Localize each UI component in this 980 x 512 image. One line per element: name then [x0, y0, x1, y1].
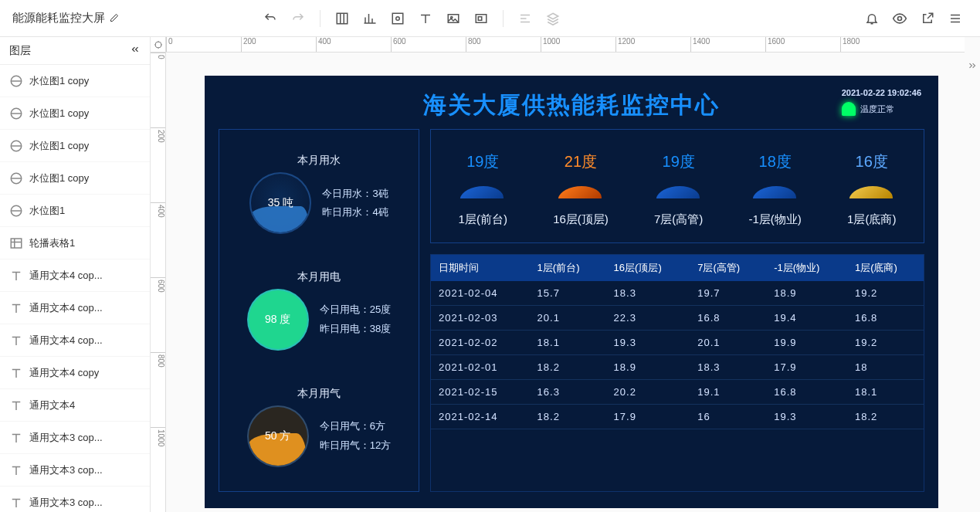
table-cell: 18.1 — [530, 331, 606, 355]
gauge-block: 本月用气50 方今日用气：6方昨日用气：12方 — [227, 387, 411, 467]
table-row: 2021-02-0218.119.320.119.919.2 — [431, 331, 924, 355]
ruler-origin-icon[interactable] — [151, 37, 166, 53]
floor-label: 7层(高管) — [654, 212, 703, 227]
wave-icon — [849, 186, 894, 198]
svg-rect-13 — [11, 239, 22, 248]
image-button[interactable] — [441, 6, 466, 31]
table-header: 1层(前台) — [530, 255, 606, 281]
svg-point-14 — [155, 42, 161, 48]
gauge-icon — [9, 171, 23, 185]
top-toolbar: 能源能耗监控大屏 — [0, 0, 980, 37]
temperature-cards: 19度1层(前台)21度16层(顶层)19度7层(高管)18度-1层(物业)16… — [430, 129, 924, 243]
dashboard-canvas[interactable]: 海关大厦供热能耗监控中心 2021-02-22 19:02:46 温度正常 本月… — [205, 76, 938, 508]
text-icon — [9, 269, 23, 283]
layout-panel-button[interactable] — [330, 6, 354, 31]
layer-label: 通用文本4 cop... — [29, 269, 103, 283]
temperature-value: 16度 — [856, 151, 888, 172]
table-cell: 16.8 — [766, 380, 847, 405]
layer-item[interactable]: 通用文本4 — [0, 389, 150, 422]
layer-item[interactable]: 水位图1 copy — [0, 65, 150, 97]
document-title[interactable]: 能源能耗监控大屏 — [12, 11, 119, 25]
edit-icon[interactable] — [110, 12, 119, 25]
layer-label: 水位图1 copy — [29, 139, 89, 153]
temperature-value: 19度 — [466, 151, 499, 172]
table-cell: 2021-02-04 — [431, 281, 530, 306]
toolbar-center — [119, 6, 860, 31]
table-cell: 2021-02-14 — [431, 405, 530, 429]
table-cell: 22.3 — [606, 306, 690, 331]
layer-label: 轮播表格1 — [29, 236, 75, 250]
table-cell: 20.2 — [606, 380, 690, 405]
layer-label: 通用文本4 — [29, 398, 75, 412]
layer-list: 水位图1 copy水位图1 copy水位图1 copy水位图1 copy水位图1… — [0, 65, 150, 512]
layer-item[interactable]: 水位图1 — [0, 195, 150, 227]
svg-rect-2 — [392, 13, 403, 24]
preview-icon[interactable] — [887, 6, 912, 31]
align-button[interactable] — [513, 6, 537, 31]
target-button[interactable] — [385, 6, 410, 31]
layer-item[interactable]: 通用文本3 cop... — [0, 487, 150, 512]
layer-item[interactable]: 通用文本4 cop... — [0, 292, 150, 324]
table-cell: 19.3 — [766, 405, 847, 429]
layer-label: 通用文本4 cop... — [29, 301, 103, 315]
gauge-meta: 今日用气：6方昨日用气：12方 — [320, 417, 391, 455]
layer-item[interactable]: 通用文本4 cop... — [0, 259, 150, 292]
table-row: 2021-02-0320.122.316.819.416.8 — [431, 306, 924, 331]
table-row: 2021-02-0118.218.918.317.918 — [431, 355, 924, 380]
table-cell: 15.7 — [530, 281, 606, 306]
layer-item[interactable]: 通用文本4 cop... — [0, 324, 150, 357]
gauge-title: 本月用电 — [297, 270, 341, 284]
layer-item[interactable]: 水位图1 copy — [0, 162, 150, 195]
layer-item[interactable]: 轮播表格1 — [0, 227, 150, 259]
table-cell: 18.9 — [606, 355, 690, 380]
media-button[interactable] — [469, 6, 493, 31]
temperature-card: 19度7层(高管) — [654, 151, 703, 227]
table-cell: 2021-02-15 — [431, 380, 530, 405]
ruler-horizontal: 020040060080010001200140016001800 — [166, 37, 965, 53]
table-cell: 16.8 — [690, 306, 766, 331]
text-button[interactable] — [413, 6, 438, 31]
text-icon — [9, 496, 23, 510]
layer-label: 水位图1 copy — [29, 171, 89, 185]
table-cell: 17.9 — [606, 405, 690, 429]
separator — [320, 10, 320, 27]
layer-label: 通用文本4 cop... — [29, 334, 103, 348]
layer-item[interactable]: 水位图1 copy — [0, 97, 150, 130]
text-icon — [9, 463, 23, 477]
bell-icon[interactable] — [860, 6, 884, 31]
layer-panel-title: 图层 — [9, 44, 31, 58]
temperature-value: 18度 — [759, 151, 792, 172]
table-cell: 19.2 — [847, 281, 924, 306]
gauge-meta: 今日用水：3砘昨日用水：4砘 — [322, 185, 388, 222]
layer-item[interactable]: 水位图1 copy — [0, 130, 150, 162]
stack-button[interactable] — [541, 6, 565, 31]
chart-button[interactable] — [358, 6, 382, 31]
table-header: -1层(物业) — [766, 255, 847, 281]
gauge-title: 本月用气 — [297, 387, 341, 401]
right-panel-collapse[interactable] — [965, 54, 980, 77]
layer-item[interactable]: 通用文本4 copy — [0, 357, 150, 389]
dashboard-title: 海关大厦供热能耗监控中心 — [205, 76, 938, 121]
table-row: 2021-02-1418.217.91619.318.2 — [431, 405, 924, 429]
table-header: 1层(底商) — [847, 255, 924, 281]
redo-button[interactable] — [286, 6, 310, 31]
layer-label: 水位图1 — [29, 204, 65, 218]
svg-point-7 — [898, 16, 902, 20]
temperature-card: 21度16层(顶层) — [553, 151, 609, 227]
collapse-icon[interactable] — [130, 44, 141, 57]
layer-item[interactable]: 通用文本3 cop... — [0, 422, 150, 454]
layer-item[interactable]: 通用文本3 cop... — [0, 454, 150, 487]
svg-rect-6 — [478, 16, 482, 20]
table-cell: 19.1 — [690, 380, 766, 405]
table-cell: 19.3 — [606, 331, 690, 355]
gauge-block: 本月用水35 吨今日用水：3砘昨日用水：4砘 — [227, 154, 411, 234]
text-icon — [9, 431, 23, 445]
export-icon[interactable] — [915, 6, 940, 31]
table-cell: 19.2 — [847, 331, 924, 355]
table-cell: 18.1 — [847, 380, 924, 405]
canvas-area[interactable]: 020040060080010001200140016001800 020040… — [151, 37, 980, 512]
undo-button[interactable] — [258, 6, 283, 31]
menu-icon[interactable] — [943, 6, 968, 31]
table-row: 2021-02-1516.320.219.116.818.1 — [431, 380, 924, 405]
gauge-circle: 50 方 — [247, 405, 309, 467]
